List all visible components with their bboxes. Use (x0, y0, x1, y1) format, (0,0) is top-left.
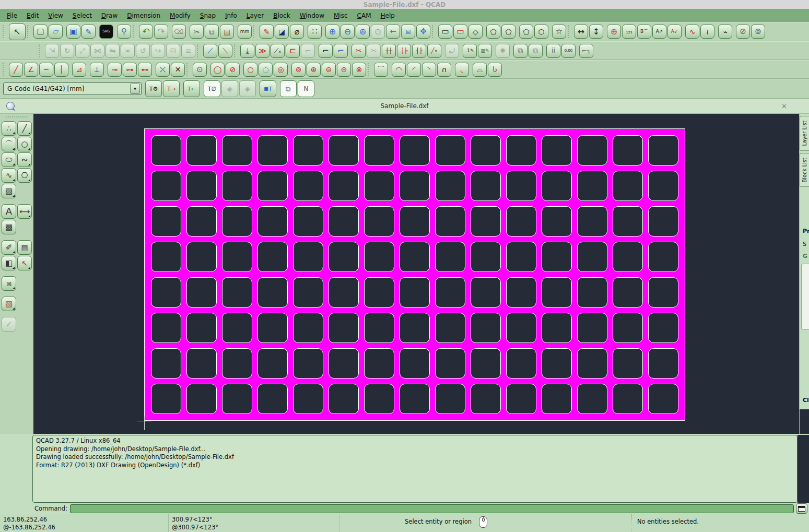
circle-2-points-diameter[interactable]: ⊘ (226, 63, 240, 77)
polygon-2-corners[interactable]: ⬠ (519, 25, 533, 39)
nc-view[interactable]: N (298, 80, 314, 97)
modify-divide[interactable]: ⤓ (240, 44, 254, 58)
rectangle-with-size[interactable]: ▭ (453, 25, 467, 39)
modify-break-out[interactable]: ≫ (255, 44, 269, 58)
circle-tools[interactable]: ○ (17, 137, 32, 151)
modify-tools[interactable]: ◧ (2, 256, 16, 270)
circle-inscribed[interactable]: ⊗ (352, 63, 366, 77)
toolbar-handle[interactable] (186, 63, 190, 76)
pan-zoom[interactable]: ✥ (416, 25, 430, 39)
circle-concentric[interactable]: ◎ (274, 63, 288, 77)
selection-tool[interactable]: ↖ (9, 23, 26, 40)
arc-tangent-radius[interactable]: Ⴑ (488, 63, 502, 77)
circle-2-points[interactable]: ◯ (210, 63, 225, 77)
menu-block[interactable]: Block (268, 10, 295, 21)
line-2-points[interactable]: ╱ (9, 63, 23, 77)
line-tangent-point-circle[interactable]: ⊸ (108, 63, 122, 77)
drawing-units[interactable]: mm (238, 25, 252, 39)
line-tools[interactable]: ╱ (17, 121, 32, 136)
detect-zero-length[interactable]: 0.00 (561, 44, 576, 58)
toolbar-handle[interactable] (253, 25, 257, 38)
circle-tangent-2-points[interactable]: ⊚ (291, 63, 306, 77)
modify-trim[interactable]: ⟋ (203, 44, 217, 58)
no-hatch-fill[interactable]: ⌀ (290, 25, 304, 39)
line-horizontal[interactable]: ─ (39, 63, 53, 77)
polyline-tools[interactable]: ∿ (2, 168, 16, 183)
shape-tools[interactable]: ⎔ (17, 168, 32, 183)
arc-tangent[interactable]: ◟ (455, 63, 469, 77)
palette-handle[interactable] (6, 116, 28, 120)
undo[interactable]: ↶ (139, 25, 153, 39)
dimension-vertical[interactable]: ↕ (589, 25, 603, 39)
open-document[interactable]: ▱ (49, 25, 63, 39)
center-mark[interactable]: ⊕ (607, 25, 621, 39)
break-out-segment[interactable]: ┼┼ (382, 44, 396, 58)
polygon-hexagon[interactable]: ⬡ (534, 25, 548, 39)
paste[interactable]: ▤ (220, 25, 234, 39)
menu-cam[interactable]: CAM (353, 10, 376, 21)
save-document[interactable]: ▣ (66, 25, 80, 39)
cut[interactable]: ✂ (190, 25, 204, 39)
grid-toggle[interactable]: ∷ (308, 25, 322, 39)
svg-export[interactable]: SVG (99, 25, 113, 39)
star-shape[interactable]: ☆ (552, 25, 566, 39)
arc-2-points-length[interactable]: ◝ (422, 63, 436, 77)
rectangle-2-corners[interactable]: ▭ (438, 25, 452, 39)
bitmap-export[interactable]: ▧ (2, 297, 16, 311)
menu-layer[interactable]: Layer (242, 10, 268, 21)
text-tool[interactable]: A (2, 204, 16, 219)
circle-tangent-radius[interactable]: ⊝ (337, 63, 351, 77)
arc-tools[interactable]: ⌒ (2, 137, 16, 151)
auto-number[interactable]: ₁₂₃ (622, 25, 636, 39)
polygon-4-points[interactable]: ◇ (468, 25, 483, 39)
point-tools[interactable]: ∴ (2, 121, 16, 136)
zoom-back[interactable]: ← (386, 25, 400, 39)
document-window-titlebar[interactable]: Sample-File.dxf ✕ (0, 99, 809, 114)
line-angle[interactable]: ∠ (24, 63, 38, 77)
menu-misc[interactable]: Misc (329, 10, 353, 21)
order-to-front[interactable]: ⧉ (513, 44, 527, 58)
toolbar-handle[interactable] (27, 25, 31, 38)
toolbar-handle[interactable] (197, 44, 201, 57)
redo[interactable]: ↷ (154, 25, 168, 39)
measure-tools[interactable]: ▤ (17, 240, 32, 255)
toolbar-handle[interactable] (568, 25, 571, 38)
dimension-horizontal[interactable]: ↔ (574, 25, 588, 39)
menu-file[interactable]: File (2, 10, 22, 21)
menu-info[interactable]: Info (220, 10, 242, 21)
line-tangent-2-circles[interactable]: ⊶ (123, 63, 137, 77)
divide-cut[interactable]: ✂ (351, 44, 366, 58)
line-cross-diagonal[interactable]: ✕ (171, 63, 185, 77)
misc-draw-tools[interactable]: ✐ (2, 240, 16, 255)
toolbar-handle[interactable] (3, 25, 6, 38)
combo-dropdown-arrow-icon[interactable]: ▾ (130, 84, 140, 94)
menu-edit[interactable]: Edit (22, 10, 43, 21)
application-preferences[interactable]: ◪ (275, 25, 289, 39)
command-options-button[interactable] (796, 503, 807, 514)
line-tangent-orthogonal[interactable]: ⊷ (138, 63, 152, 77)
zoom-in[interactable]: ⊕ (325, 25, 339, 39)
tab-layer-list[interactable]: Layer List (800, 116, 809, 151)
spline-tools[interactable]: ∾ (17, 152, 32, 167)
toolbar-handle[interactable] (432, 25, 436, 38)
toolbar-handle[interactable] (3, 63, 6, 76)
cam-reimport[interactable]: T← (183, 80, 200, 97)
cam-layer-visibility[interactable]: ≣T (260, 80, 276, 97)
menu-select[interactable]: Select (68, 10, 97, 21)
edit-decimals[interactable]: .1✎ (463, 44, 477, 58)
cam-export[interactable]: T→ (163, 80, 180, 97)
save-document-as[interactable]: ✎ (81, 25, 96, 39)
line-cross[interactable]: ⤫ (156, 63, 170, 77)
cam-toggle-export[interactable]: T∅ (204, 80, 220, 97)
ellipse-tools[interactable]: ⬭ (2, 152, 16, 167)
toolbar-handle[interactable] (234, 44, 238, 57)
polygon-center-side[interactable]: ⬠ (501, 25, 515, 39)
circle-center-point[interactable]: ⊙ (193, 63, 207, 77)
zoom-out[interactable]: ⊖ (341, 25, 355, 39)
point-on-entity[interactable]: ╱• (427, 44, 441, 58)
fillet-corner-point[interactable]: ⌐ (334, 44, 348, 58)
circle-center-radius[interactable]: ○ (243, 63, 257, 77)
circle-tangent-2-circles[interactable]: ⊜ (322, 63, 336, 77)
arc-tangent-point[interactable]: ⌓ (473, 63, 487, 77)
break-symbol[interactable]: ⌁ (718, 25, 732, 39)
